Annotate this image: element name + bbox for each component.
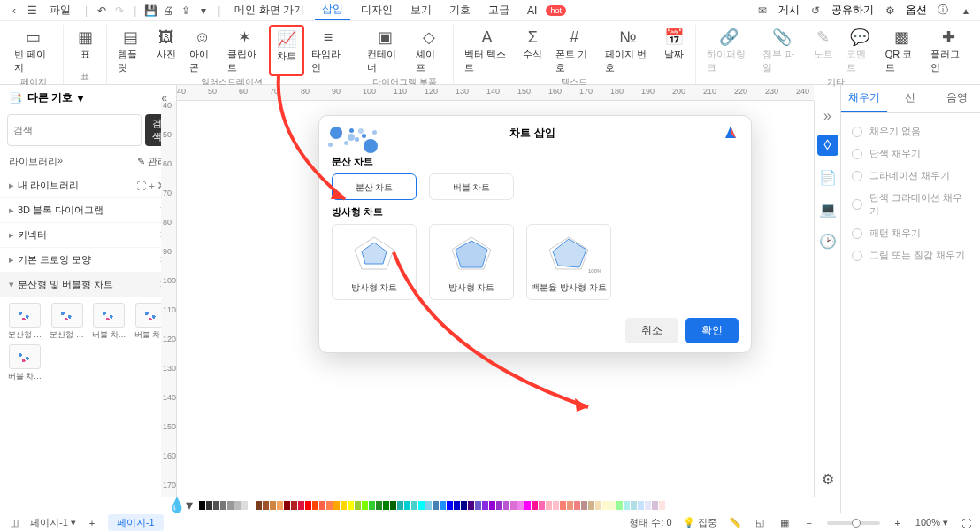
lib-item[interactable]: ▾분산형 및 버블형 차트✕ bbox=[0, 273, 176, 297]
color-swatch[interactable] bbox=[553, 501, 559, 510]
file-menu[interactable]: 파일 bbox=[42, 1, 78, 19]
color-swatch[interactable] bbox=[241, 501, 248, 510]
lib-item[interactable]: ▸내 라이브러리⛶ + ✕ bbox=[0, 173, 176, 198]
ribbon-폰트 기호[interactable]: #폰트 기호 bbox=[550, 25, 598, 76]
shape-thumb[interactable]: 버블 차… bbox=[90, 303, 129, 341]
focus-mode[interactable]: 💡 집중 bbox=[683, 516, 717, 529]
shape-thumb[interactable]: 분산형 … bbox=[48, 303, 87, 341]
color-swatch[interactable] bbox=[631, 501, 637, 510]
color-swatch[interactable] bbox=[510, 501, 517, 510]
export-icon[interactable]: ⇪ bbox=[179, 4, 193, 18]
color-swatch[interactable] bbox=[433, 501, 439, 510]
color-swatch[interactable] bbox=[581, 501, 587, 510]
color-swatch[interactable] bbox=[645, 501, 651, 510]
expand-right-icon[interactable]: » bbox=[823, 108, 831, 124]
color-swatch[interactable] bbox=[305, 501, 311, 510]
chart-card-radar2[interactable]: 방사형 차트 bbox=[429, 224, 514, 300]
color-swatch[interactable] bbox=[298, 501, 304, 510]
color-swatch[interactable] bbox=[447, 501, 453, 510]
color-swatch[interactable] bbox=[616, 501, 623, 510]
color-swatch[interactable] bbox=[539, 501, 545, 510]
color-swatch[interactable] bbox=[609, 501, 616, 510]
color-swatch[interactable] bbox=[489, 501, 495, 510]
color-swatch[interactable] bbox=[440, 501, 446, 510]
color-swatch[interactable] bbox=[220, 501, 226, 510]
tab-view[interactable]: 보기 bbox=[403, 1, 439, 19]
tab-advanced[interactable]: 고급 bbox=[481, 1, 517, 19]
color-swatch[interactable] bbox=[312, 501, 318, 510]
fill-option[interactable]: 패턴 채우기 bbox=[848, 222, 973, 244]
tab-insert[interactable]: 삽입 bbox=[315, 0, 350, 20]
ribbon-차트[interactable]: 📈차트 bbox=[269, 25, 304, 76]
color-swatch[interactable] bbox=[532, 501, 538, 510]
ribbon-첨부 파일[interactable]: 📎첨부 파일 bbox=[757, 25, 806, 76]
color-swatch[interactable] bbox=[595, 501, 601, 510]
color-swatch[interactable] bbox=[482, 501, 488, 510]
color-swatch[interactable] bbox=[652, 501, 658, 510]
chart-card-scatter[interactable]: 분산 차트 bbox=[332, 173, 417, 200]
ribbon-페이지 번호[interactable]: №페이지 번호 bbox=[600, 25, 656, 76]
ribbon-날짜[interactable]: 📅날짜 bbox=[658, 25, 690, 76]
color-swatch[interactable] bbox=[425, 501, 432, 510]
ribbon-표[interactable]: ▦표 bbox=[69, 25, 101, 63]
chart-card-bubble[interactable]: 버블 차트 bbox=[429, 173, 514, 200]
print-icon[interactable]: 🖨 bbox=[161, 4, 175, 18]
color-swatch[interactable] bbox=[369, 501, 375, 510]
color-swatch[interactable] bbox=[602, 501, 609, 510]
grid-icon[interactable]: ▦ bbox=[777, 516, 792, 530]
ribbon-컨테이너[interactable]: ▣컨테이너 bbox=[362, 25, 408, 76]
color-swatch[interactable] bbox=[638, 501, 644, 510]
add-page-icon[interactable]: + bbox=[85, 516, 99, 530]
color-swatch[interactable] bbox=[588, 501, 594, 510]
undo-icon[interactable]: ↶ bbox=[95, 4, 109, 18]
save-icon[interactable]: 💾 bbox=[143, 4, 157, 18]
fill-bucket-icon[interactable]: 💧▾ bbox=[168, 497, 193, 513]
color-swatch[interactable] bbox=[213, 501, 219, 510]
fit-icon[interactable]: ◱ bbox=[753, 516, 767, 530]
ribbon-노트[interactable]: ✎노트 bbox=[808, 25, 839, 76]
color-swatch[interactable] bbox=[284, 501, 290, 510]
settings-rail-icon[interactable]: ⚙ bbox=[817, 468, 838, 490]
color-swatch[interactable] bbox=[362, 501, 368, 510]
fill-option[interactable]: 채우기 없음 bbox=[848, 120, 973, 143]
ribbon-빈 페이지[interactable]: ▭빈 페이지 bbox=[9, 25, 57, 76]
color-swatch[interactable] bbox=[567, 501, 573, 510]
color-swatch[interactable] bbox=[199, 501, 205, 510]
color-swatch[interactable] bbox=[524, 501, 531, 510]
fill-option[interactable]: 단색 채우기 bbox=[848, 143, 973, 165]
fill-option[interactable]: 그림 또는 질감 채우기 bbox=[848, 244, 973, 266]
color-swatch[interactable] bbox=[659, 501, 665, 510]
color-swatch[interactable] bbox=[333, 501, 340, 510]
ribbon-클립아트[interactable]: ✶클립아트 bbox=[222, 25, 267, 76]
color-swatch[interactable] bbox=[624, 501, 630, 510]
color-swatch[interactable] bbox=[517, 501, 524, 510]
color-swatch[interactable] bbox=[270, 501, 276, 510]
color-swatch[interactable] bbox=[376, 501, 382, 510]
shape-thumb[interactable]: 버블 차… bbox=[5, 344, 44, 382]
send-icon[interactable]: ✉ bbox=[755, 4, 769, 18]
chart-card-radar1[interactable]: 방사형 차트 bbox=[332, 224, 417, 300]
color-swatch[interactable] bbox=[560, 501, 566, 510]
more-icon[interactable]: ▾ bbox=[196, 4, 211, 18]
lib-item[interactable]: ▸3D 블록 다이어그램✕ bbox=[0, 198, 176, 223]
ribbon-아이콘[interactable]: ☺아이콘 bbox=[184, 25, 220, 76]
color-swatch[interactable] bbox=[496, 501, 502, 510]
page-select[interactable]: 페이지-1 ▾ bbox=[30, 516, 76, 529]
lib-item[interactable]: ▸기본 드로잉 모양✕ bbox=[0, 248, 176, 273]
fullscreen-icon[interactable]: ⛶ bbox=[959, 516, 973, 530]
ribbon-벡터 텍스트[interactable]: A벡터 텍스트 bbox=[459, 25, 516, 76]
chevron-down-icon[interactable]: ▾ bbox=[78, 92, 83, 104]
color-swatch[interactable] bbox=[326, 501, 333, 510]
fill-option[interactable]: 그라데이션 채우기 bbox=[848, 165, 973, 187]
color-swatch[interactable] bbox=[397, 501, 403, 510]
color-swatch[interactable] bbox=[277, 501, 283, 510]
prop-tab-fill[interactable]: 채우기 bbox=[841, 85, 887, 112]
color-swatch[interactable] bbox=[574, 501, 580, 510]
tab-symbols[interactable]: 기호 bbox=[442, 1, 478, 19]
zoom-slider[interactable] bbox=[827, 521, 880, 525]
publish-link[interactable]: 게시 bbox=[778, 3, 800, 18]
unit-icon[interactable]: 📏 bbox=[728, 516, 742, 530]
library-label[interactable]: 라이브러리 bbox=[9, 155, 57, 168]
options-link[interactable]: 옵션 bbox=[906, 3, 927, 18]
ribbon-코멘트[interactable]: 💬코멘트 bbox=[841, 25, 878, 76]
